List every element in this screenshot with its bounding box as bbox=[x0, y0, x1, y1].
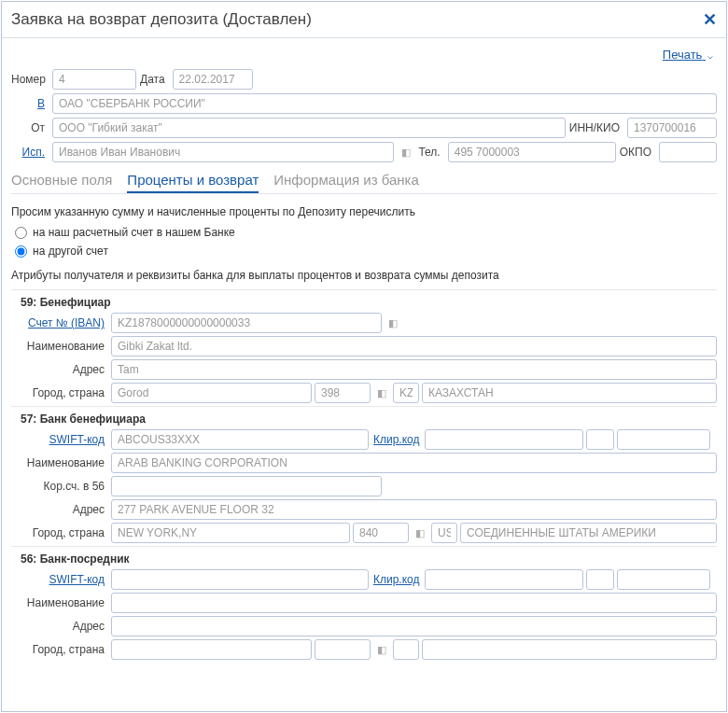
ib-clearing-code1[interactable] bbox=[586, 569, 614, 590]
bb-country-code-input[interactable] bbox=[431, 523, 457, 543]
dialog-title: Заявка на возврат депозита (Доставлен) bbox=[11, 10, 312, 29]
bene-city-input[interactable] bbox=[111, 383, 312, 403]
bb-swift-input[interactable] bbox=[111, 429, 369, 450]
tab-interest-return[interactable]: Проценты и возврат bbox=[127, 172, 259, 193]
bb-name-input[interactable] bbox=[111, 453, 717, 473]
bb-clearing-link[interactable]: Клир.код bbox=[371, 433, 422, 446]
bb-name-row: Наименование bbox=[11, 453, 717, 473]
ib-clearing-code2[interactable] bbox=[617, 569, 710, 590]
bb-corr-row: Кор.сч. в 56 bbox=[11, 476, 717, 496]
ib-city-label: Город, страна bbox=[11, 643, 108, 656]
bene-name-row: Наименование bbox=[11, 336, 717, 356]
ot-label: От bbox=[11, 121, 49, 134]
bene-name-input[interactable] bbox=[111, 336, 717, 356]
bene-city-label: Город, страна bbox=[11, 386, 108, 399]
radio-other-account[interactable] bbox=[15, 245, 27, 258]
ib-swift-row: SWIFT-код Клир.код bbox=[11, 569, 717, 590]
beneficiary-title: 59: Бенефициар bbox=[11, 292, 717, 313]
bene-address-input[interactable] bbox=[111, 359, 717, 380]
inter-bank-title: 56: Банк-посредник bbox=[11, 549, 717, 569]
inn-label: ИНН/КИО bbox=[569, 121, 623, 134]
ib-name-label: Наименование bbox=[11, 596, 108, 609]
bb-swift-link[interactable]: SWIFT-код bbox=[11, 433, 108, 446]
section-beneficiary: 59: Бенефициар Счет № (IBAN) ◧ Наименова… bbox=[11, 289, 717, 403]
v-link[interactable]: В bbox=[11, 97, 49, 110]
bb-code-input[interactable] bbox=[353, 523, 409, 543]
print-link-text: Печать bbox=[663, 48, 703, 62]
ot-input[interactable] bbox=[52, 118, 566, 138]
close-icon[interactable]: ✕ bbox=[703, 9, 717, 30]
print-row: Печать ⌵ bbox=[2, 38, 726, 67]
print-link[interactable]: Печать ⌵ bbox=[663, 48, 713, 62]
okpo-label: ОКПО bbox=[620, 146, 655, 159]
bene-code-input[interactable] bbox=[315, 383, 371, 403]
iban-link[interactable]: Счет № (IBAN) bbox=[11, 316, 108, 329]
ib-code-picker-icon[interactable]: ◧ bbox=[373, 641, 390, 658]
number-label: Номер bbox=[11, 73, 49, 86]
date-label: Дата bbox=[140, 73, 169, 86]
bb-address-input[interactable] bbox=[111, 499, 717, 520]
bene-city-row: Город, страна ◧ bbox=[11, 383, 717, 403]
tab-bank-info[interactable]: Информация из банка bbox=[273, 172, 419, 191]
okpo-input[interactable] bbox=[659, 142, 717, 162]
isp-row: Исп. ◧ Тел. ОКПО bbox=[11, 142, 717, 162]
radio-our-account-row: на наш расчетный счет в нашем Банке bbox=[11, 226, 717, 239]
ib-clearing-input[interactable] bbox=[425, 569, 583, 590]
attributes-text: Атрибуты получателя и реквизиты банка дл… bbox=[11, 269, 717, 282]
iban-picker-icon[interactable]: ◧ bbox=[385, 315, 401, 331]
bb-address-label: Адрес bbox=[11, 503, 108, 516]
title-bar: Заявка на возврат депозита (Доставлен) ✕ bbox=[2, 2, 726, 38]
radio-other-account-label: на другой счет bbox=[33, 245, 108, 258]
ib-code-input[interactable] bbox=[315, 639, 371, 660]
bb-name-label: Наименование bbox=[11, 456, 108, 469]
bene-address-label: Адрес bbox=[11, 363, 108, 376]
ib-country-input[interactable] bbox=[422, 639, 717, 660]
tab-main-fields[interactable]: Основные поля bbox=[11, 172, 112, 191]
isp-link[interactable]: Исп. bbox=[11, 146, 49, 159]
number-date-row: Номер Дата bbox=[11, 69, 717, 90]
bb-country-input[interactable] bbox=[460, 523, 717, 543]
bene-bank-title: 57: Банк бенефициара bbox=[11, 409, 717, 429]
bb-city-input[interactable] bbox=[111, 523, 350, 543]
v-input[interactable] bbox=[52, 93, 717, 114]
ib-address-input[interactable] bbox=[111, 616, 717, 636]
bb-clearing-code1[interactable] bbox=[586, 429, 614, 450]
radio-our-account[interactable] bbox=[15, 227, 27, 239]
bene-country-code-input[interactable] bbox=[393, 383, 419, 403]
section-beneficiary-bank: 57: Банк бенефициара SWIFT-код Клир.код … bbox=[11, 406, 717, 543]
ib-name-row: Наименование bbox=[11, 593, 717, 613]
isp-picker-icon[interactable]: ◧ bbox=[398, 144, 414, 161]
number-input[interactable] bbox=[52, 69, 136, 90]
isp-input[interactable] bbox=[52, 142, 394, 162]
radio-other-account-row: на другой счет bbox=[11, 245, 717, 258]
ib-country-code-input[interactable] bbox=[393, 639, 419, 660]
request-text: Просим указанную сумму и начисленные про… bbox=[11, 205, 717, 218]
bene-name-label: Наименование bbox=[11, 340, 108, 353]
ib-name-input[interactable] bbox=[111, 593, 717, 613]
bene-country-input[interactable] bbox=[422, 383, 717, 403]
ot-row: От ИНН/КИО bbox=[11, 118, 717, 138]
ib-city-input[interactable] bbox=[111, 639, 312, 660]
bb-code-picker-icon[interactable]: ◧ bbox=[412, 524, 428, 541]
bene-code-picker-icon[interactable]: ◧ bbox=[373, 384, 390, 401]
bb-address-row: Адрес bbox=[11, 499, 717, 520]
ib-clearing-link[interactable]: Клир.код bbox=[371, 573, 422, 586]
iban-row: Счет № (IBAN) ◧ bbox=[11, 313, 717, 333]
tel-label: Тел. bbox=[418, 146, 443, 159]
bb-swift-row: SWIFT-код Клир.код bbox=[11, 429, 717, 450]
bb-corr-input[interactable] bbox=[111, 476, 382, 496]
date-input[interactable] bbox=[173, 69, 253, 90]
iban-input[interactable] bbox=[111, 313, 382, 333]
radio-our-account-label: на наш расчетный счет в нашем Банке bbox=[33, 226, 235, 239]
tel-input[interactable] bbox=[448, 142, 616, 162]
bb-city-row: Город, страна ◧ bbox=[11, 523, 717, 543]
ib-address-row: Адрес bbox=[11, 616, 717, 636]
ib-swift-input[interactable] bbox=[111, 569, 369, 590]
bb-clearing-code2[interactable] bbox=[617, 429, 710, 450]
content: Номер Дата В От ИНН/КИО Исп. ◧ Тел. ОКПО… bbox=[2, 67, 726, 664]
bene-address-row: Адрес bbox=[11, 359, 717, 380]
inn-input[interactable] bbox=[627, 118, 717, 138]
ib-city-row: Город, страна ◧ bbox=[11, 639, 717, 660]
bb-clearing-input[interactable] bbox=[425, 429, 583, 450]
ib-swift-link[interactable]: SWIFT-код bbox=[11, 573, 108, 586]
